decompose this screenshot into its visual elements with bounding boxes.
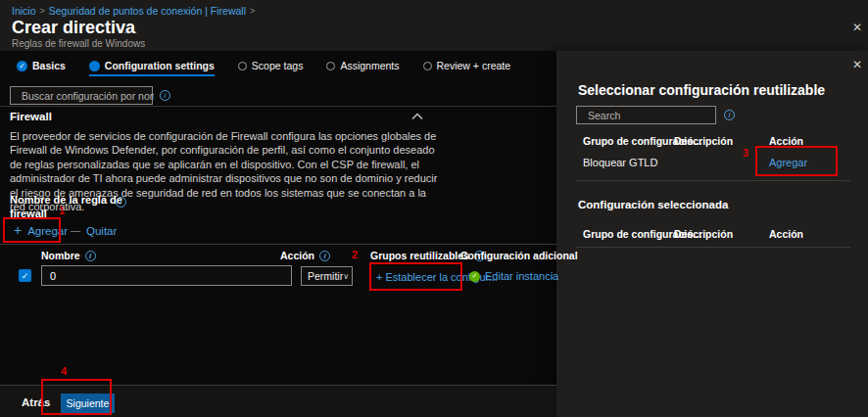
tab-completed-icon: ✓	[17, 61, 27, 71]
info-icon[interactable]: i	[319, 251, 330, 261]
panel-column-description: Descripción	[674, 135, 733, 147]
panel-title: Seleccionar configuración reutilizable	[578, 82, 825, 98]
tab-basics[interactable]: ✓ Basics	[17, 60, 66, 76]
next-button[interactable]: Siguiente	[61, 394, 115, 413]
remove-rule-button[interactable]: — Quitar	[71, 224, 117, 237]
info-icon[interactable]: i	[724, 110, 735, 120]
page-subtitle: Reglas de firewall de Windows	[12, 38, 145, 49]
column-header-additional-label: Configuración adicional	[460, 250, 578, 261]
column-header-action-label: Acción	[280, 250, 314, 261]
panel-add-link[interactable]: Agregar	[769, 157, 807, 168]
annotation-number-1: 1	[59, 205, 65, 216]
tab-pending-icon	[423, 62, 432, 70]
info-icon[interactable]: i	[160, 90, 170, 101]
back-button[interactable]: Atrás	[22, 396, 50, 408]
tab-current-icon	[89, 61, 100, 71]
edit-instance-label: Editar instancia	[485, 270, 558, 282]
more-options-icon[interactable]: ...	[123, 23, 139, 36]
row-checkbox[interactable]: ✓	[19, 269, 31, 282]
selected-column-action-label: Acción	[769, 228, 803, 240]
column-header-groups-label: Grupos reutilizables	[370, 250, 469, 261]
tab-configuration-settings[interactable]: Configuration settings	[89, 60, 215, 76]
panel-column-description-label: Descripción	[674, 135, 733, 147]
chevron-up-icon[interactable]	[411, 113, 423, 120]
selected-column-action: Acción	[769, 228, 803, 240]
chevron-down-icon: ∨	[343, 272, 349, 281]
panel-search-box	[576, 106, 716, 124]
check-icon: ✓	[22, 271, 29, 281]
firewall-section-title: Firewall	[10, 111, 52, 122]
wizard-tabs: ✓ Basics Configuration settings Scope ta…	[17, 60, 510, 76]
breadcrumb-separator-icon: >	[250, 6, 255, 16]
selected-config-title: Configuración seleccionada	[578, 199, 728, 210]
plus-icon: +	[14, 224, 22, 237]
selected-column-description: Descripción	[674, 228, 733, 240]
tab-assignments[interactable]: Assignments	[326, 60, 399, 76]
edit-instance-link[interactable]: ✓ Editar instancia	[469, 270, 558, 282]
column-header-action: Acción i	[280, 250, 330, 261]
breadcrumb: Inicio > Seguridad de puntos de conexión…	[12, 5, 259, 17]
action-select-value: Permitir	[308, 270, 343, 282]
add-rule-button[interactable]: + Agregar	[14, 224, 68, 237]
column-header-name-label: Nombre	[41, 250, 80, 261]
section-divider	[0, 106, 556, 107]
tab-review-create[interactable]: Review + create	[423, 60, 511, 76]
tab-scope-tags-label: Scope tags	[252, 60, 304, 71]
rule-name-label: Nombre de la regla de firewall	[10, 194, 125, 220]
settings-search-input[interactable]	[22, 90, 154, 102]
selected-column-description-label: Descripción	[674, 228, 733, 240]
tab-scope-tags[interactable]: Scope tags	[238, 60, 304, 76]
breadcrumb-endpoint-security-link[interactable]: Seguridad de puntos de conexión | Firewa…	[49, 5, 246, 17]
page-close-icon[interactable]: ✕	[852, 22, 862, 33]
annotation-number-2: 2	[352, 249, 358, 260]
rule-name-input[interactable]	[41, 265, 292, 286]
panel-search-input[interactable]	[588, 110, 720, 121]
info-icon[interactable]: i	[85, 251, 96, 261]
add-rule-label: Agregar	[27, 225, 68, 237]
table-top-border	[0, 244, 556, 245]
settings-search-box	[10, 86, 153, 105]
reusable-group-name: Bloquear GTLD	[583, 157, 657, 168]
breadcrumb-separator-icon: >	[40, 6, 45, 16]
panel-column-action: Acción	[769, 135, 803, 147]
breadcrumb-home-link[interactable]: Inicio	[12, 5, 36, 17]
column-header-additional: Configuración adicional	[460, 250, 578, 261]
minus-icon: —	[71, 224, 80, 237]
panel-close-icon[interactable]: ✕	[852, 59, 862, 70]
panel-divider	[576, 247, 850, 248]
annotation-number-4: 4	[61, 365, 67, 377]
tab-pending-icon	[326, 62, 335, 70]
page-title: Crear directiva	[12, 18, 135, 38]
tab-basics-label: Basics	[32, 60, 66, 71]
panel-divider	[576, 180, 850, 181]
tab-assignments-label: Assignments	[340, 60, 399, 71]
tab-pending-icon	[238, 62, 247, 70]
success-check-icon: ✓	[469, 271, 480, 282]
create-policy-page: Inicio > Seguridad de puntos de conexión…	[0, 0, 868, 417]
column-header-name: Nombre i	[41, 250, 96, 261]
tab-review-create-label: Review + create	[437, 60, 511, 71]
remove-rule-label: Quitar	[86, 225, 117, 237]
panel-column-action-label: Acción	[769, 135, 803, 147]
annotation-number-3: 3	[743, 147, 748, 159]
action-select[interactable]: Permitir ∨	[301, 266, 353, 286]
info-icon[interactable]: i	[116, 197, 126, 208]
tab-configuration-settings-label: Configuration settings	[105, 60, 215, 71]
